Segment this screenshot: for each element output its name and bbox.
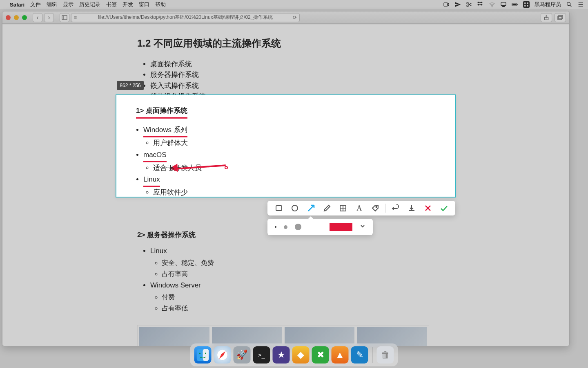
- share-button[interactable]: [541, 13, 552, 22]
- svg-point-13: [567, 2, 570, 6]
- svg-point-28: [205, 353, 206, 354]
- stroke-color-swatch[interactable]: [330, 223, 352, 231]
- dock-vlc[interactable]: ▲: [332, 346, 349, 364]
- reload-icon[interactable]: ⟳: [293, 15, 297, 20]
- status-dropbox-icon[interactable]: [477, 1, 484, 8]
- svg-rect-14: [62, 16, 67, 20]
- menu-develop[interactable]: 开发: [122, 1, 133, 8]
- app-name[interactable]: Safari: [10, 2, 24, 8]
- svg-point-24: [376, 206, 377, 208]
- tool-undo[interactable]: [390, 202, 402, 214]
- tool-cancel[interactable]: [422, 202, 434, 214]
- svg-point-3: [492, 7, 492, 7]
- fullscreen-window-button[interactable]: [22, 15, 27, 20]
- heading-1-2: 1.2 不同应用领域的主流操作系统: [137, 37, 439, 50]
- stroke-size-large[interactable]: [295, 224, 301, 230]
- status-record-icon[interactable]: [443, 1, 450, 8]
- menu-view[interactable]: 显示: [63, 1, 74, 8]
- color-dropdown-icon[interactable]: [360, 223, 365, 231]
- status-user-label[interactable]: 黑马程序员: [535, 1, 561, 8]
- dock-app-1[interactable]: ◆: [292, 346, 310, 364]
- tool-mosaic[interactable]: [337, 202, 349, 214]
- list-item: 应用软件少: [153, 187, 435, 199]
- menu-window[interactable]: 窗口: [139, 1, 149, 8]
- reader-icon[interactable]: ≡: [74, 15, 77, 20]
- svg-rect-10: [527, 2, 528, 4]
- menu-history[interactable]: 历史记录: [79, 1, 100, 8]
- dock-launchpad[interactable]: 🚀: [234, 346, 251, 364]
- tool-save[interactable]: [405, 202, 418, 214]
- spotlight-icon[interactable]: [566, 1, 572, 8]
- address-bar[interactable]: ≡ file:///Users/itheima/Desktop/python基础…: [71, 13, 300, 22]
- status-send-icon[interactable]: [454, 1, 461, 8]
- svg-rect-12: [527, 5, 528, 7]
- annotation-toolbar: A: [267, 201, 455, 215]
- list-item: 安全、稳定、免费: [162, 257, 439, 268]
- svg-point-20: [292, 205, 298, 211]
- menu-list-icon[interactable]: [577, 1, 584, 8]
- tool-circle[interactable]: [289, 202, 301, 214]
- list-item: 用户群体大: [153, 137, 435, 149]
- stroke-size-small[interactable]: [275, 226, 276, 228]
- list-item: macOS 适合于开发人员: [143, 149, 435, 174]
- svg-rect-11: [524, 5, 526, 7]
- svg-rect-6: [512, 4, 517, 5]
- menu-help[interactable]: 帮助: [155, 1, 166, 8]
- list-item: Linux 安全、稳定、免费 占有率高: [150, 245, 439, 279]
- selection-size-tag: 862 * 256: [117, 81, 144, 90]
- svg-rect-8: [523, 1, 530, 8]
- status-wifi-icon[interactable]: [489, 1, 495, 8]
- tool-confirm[interactable]: [438, 202, 450, 214]
- menu-file[interactable]: 文件: [30, 1, 41, 8]
- window-controls: [6, 15, 27, 20]
- menu-edit[interactable]: 编辑: [47, 1, 57, 8]
- list-item: 付费: [162, 292, 439, 303]
- image-strip: [137, 325, 429, 346]
- minimize-window-button[interactable]: [14, 15, 19, 20]
- dock-app-2[interactable]: ✖: [312, 346, 329, 364]
- dock-terminal[interactable]: >_: [253, 346, 270, 364]
- dock-app-3[interactable]: ✎: [351, 346, 368, 364]
- tool-rectangle[interactable]: [273, 202, 285, 214]
- sec1-content: 1> 桌面操作系统 Windows 系列 用户群体大 macOS 适合于开发人员…: [116, 95, 455, 209]
- status-input-icon[interactable]: [523, 1, 530, 8]
- list-item: 适合于开发人员: [153, 162, 435, 174]
- dock-imovie[interactable]: ★: [273, 346, 290, 364]
- status-scissors-icon[interactable]: [466, 1, 472, 8]
- list-item: Windows 系列 用户群体大: [143, 124, 435, 149]
- list-item: 桌面操作系统: [150, 59, 439, 70]
- back-button[interactable]: ‹: [33, 13, 42, 22]
- macos-menubar: Safari 文件 编辑 显示 历史记录 书签 开发 窗口 帮助 黑马程序员: [0, 0, 588, 9]
- screenshot-selection[interactable]: 1> 桌面操作系统 Windows 系列 用户群体大 macOS 适合于开发人员…: [116, 94, 456, 197]
- safari-toolbar: ‹ › ≡ file:///Users/itheima/Desktop/pyth…: [2, 11, 569, 24]
- close-window-button[interactable]: [6, 15, 11, 20]
- url-text: file:///Users/itheima/Desktop/python基础/0…: [98, 14, 273, 21]
- svg-rect-9: [524, 2, 526, 4]
- svg-rect-26: [203, 349, 209, 361]
- sec2-list: Linux 安全、稳定、免费 占有率高 Windows Server 付费 占有…: [150, 245, 439, 314]
- sidebar-toggle-button[interactable]: [60, 13, 69, 22]
- dock-finder[interactable]: [194, 346, 212, 364]
- stroke-size-medium[interactable]: [284, 225, 287, 229]
- tool-pencil[interactable]: [321, 202, 333, 214]
- list-item: 服务器操作系统: [150, 70, 439, 80]
- menu-bookmarks[interactable]: 书签: [106, 1, 117, 8]
- svg-rect-0: [444, 3, 448, 6]
- status-battery-icon[interactable]: [512, 1, 518, 8]
- tabs-button[interactable]: [555, 13, 566, 22]
- dock: 🚀 >_ ★ ◆ ✖ ▲ ✎ 🗑: [190, 343, 398, 366]
- forward-button[interactable]: ›: [44, 13, 54, 22]
- list-item: Linux 应用软件少: [143, 174, 435, 199]
- list-item: Windows Server 付费 占有率低: [150, 280, 439, 314]
- annotation-subtoolbar: [267, 219, 373, 235]
- list-item: 占有率高: [162, 268, 439, 279]
- tool-arrow[interactable]: [305, 202, 317, 214]
- tool-text[interactable]: A: [353, 202, 365, 214]
- dock-safari[interactable]: [214, 346, 231, 364]
- list-item: 嵌入式操作系统: [150, 81, 439, 91]
- move-cursor-icon: ✥: [169, 166, 174, 172]
- dock-trash[interactable]: 🗑: [377, 346, 394, 364]
- tool-tag[interactable]: [369, 202, 381, 214]
- svg-rect-19: [276, 206, 282, 211]
- status-airplay-icon[interactable]: [500, 1, 507, 8]
